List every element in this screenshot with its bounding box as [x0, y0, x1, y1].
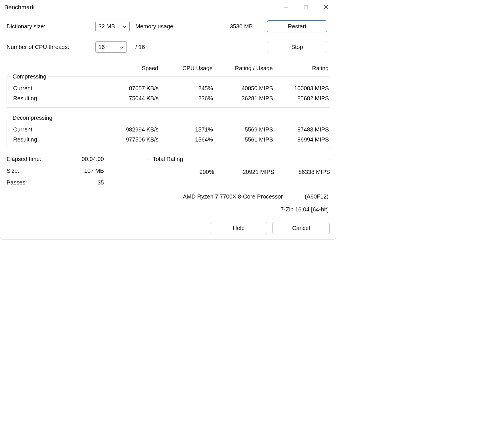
stop-button[interactable]: Stop	[267, 41, 327, 53]
total-rating: 86338 MIPS	[274, 169, 330, 175]
chevron-down-icon	[122, 23, 127, 30]
col-rating: Rating	[273, 65, 329, 72]
compressing-legend: Compressing	[11, 73, 48, 80]
cpu-id: (A60F12)	[283, 193, 329, 200]
decompressing-resulting-row: Resulting 977506 KB/s 1564% 5561 MIPS 86…	[7, 135, 330, 145]
col-rating-usage: Rating / Usage	[213, 65, 273, 72]
chevron-down-icon	[120, 44, 124, 50]
minimize-button[interactable]	[276, 0, 296, 14]
columns-header: Speed CPU Usage Rating / Usage Rating	[7, 65, 330, 72]
row-label: Current	[7, 85, 110, 92]
titlebar: Benchmark	[0, 0, 336, 14]
compressing-current-row: Current 87657 KB/s 245% 40850 MIPS 10008…	[7, 83, 330, 93]
row-rating: 100083 MIPS	[273, 85, 329, 92]
total-rating-group: Total Rating 900% 20921 MIPS 86338 MIPS	[147, 156, 330, 181]
row-rating-usage: 40850 MIPS	[213, 85, 273, 92]
decompressing-current-row: Current 982994 KB/s 1571% 5569 MIPS 8748…	[7, 125, 330, 135]
stats-panel: Elapsed time: 00:04:00 Size: 107 MB Pass…	[7, 156, 141, 186]
elapsed-time-label: Elapsed time:	[7, 156, 67, 162]
cpu-name: AMD Ryzen 7 7700X 8-Core Processor	[7, 193, 283, 200]
maximize-button	[296, 0, 316, 14]
total-rating-usage: 20921 MIPS	[214, 169, 274, 175]
row-rating-usage: 5569 MIPS	[213, 126, 273, 133]
row-speed: 75044 KB/s	[110, 95, 159, 102]
row-rating-usage: 36281 MIPS	[213, 95, 273, 102]
content-area: Dictionary size: 32 MB Memory usage: 353…	[0, 14, 336, 239]
dictionary-size-value: 32 MB	[98, 23, 115, 30]
row-speed: 977506 KB/s	[110, 136, 159, 143]
row-label: Resulting	[7, 136, 110, 143]
memory-usage-label: Memory usage:	[135, 23, 190, 30]
dictionary-size-label: Dictionary size:	[7, 23, 95, 30]
close-button[interactable]	[316, 0, 336, 14]
close-icon	[324, 5, 328, 9]
maximize-icon	[304, 5, 308, 9]
minimize-icon	[284, 5, 288, 9]
row-label: Current	[7, 126, 110, 133]
memory-usage-value: 3530 MB	[190, 23, 264, 30]
cpu-threads-label: Number of CPU threads:	[7, 44, 95, 50]
row-rating: 86994 MIPS	[273, 136, 329, 143]
version-info: 7-Zip 16.04 [64-bit]	[7, 206, 330, 213]
row-rating: 85682 MIPS	[273, 95, 329, 102]
col-cpu-usage: CPU Usage	[158, 65, 213, 72]
decompressing-legend: Decompressing	[11, 115, 54, 121]
cpu-threads-max: / 16	[135, 44, 190, 50]
cpu-threads-select[interactable]: 16	[95, 41, 127, 53]
row-speed: 87657 KB/s	[110, 85, 159, 92]
size-value: 107 MB	[67, 168, 104, 174]
svg-rect-1	[304, 5, 308, 9]
row-cpu: 245%	[159, 85, 213, 92]
passes-value: 35	[67, 179, 104, 186]
window-title: Benchmark	[4, 4, 35, 11]
total-rating-legend: Total Rating	[151, 156, 185, 162]
col-speed: Speed	[110, 65, 158, 72]
row-speed: 982994 KB/s	[110, 126, 159, 133]
total-cpu: 900%	[151, 169, 214, 175]
window-controls	[276, 0, 336, 14]
benchmark-window: Benchmark Dictionary size: 32 MB	[0, 0, 336, 239]
cpu-info: AMD Ryzen 7 7700X 8-Core Processor (A60F…	[7, 193, 330, 200]
restart-button[interactable]: Restart	[267, 20, 327, 32]
row-cpu: 1571%	[159, 126, 213, 133]
decompressing-group: Decompressing Current 982994 KB/s 1571% …	[7, 115, 330, 149]
footer-buttons: Help Cancel	[7, 222, 330, 234]
row-cpu: 236%	[159, 95, 213, 102]
elapsed-time-value: 00:04:00	[67, 156, 104, 162]
compressing-resulting-row: Resulting 75044 KB/s 236% 36281 MIPS 856…	[7, 93, 330, 103]
compressing-group: Compressing Current 87657 KB/s 245% 4085…	[7, 73, 330, 108]
row-rating-usage: 5561 MIPS	[213, 136, 273, 143]
row-rating: 87483 MIPS	[273, 126, 329, 133]
cancel-button[interactable]: Cancel	[272, 222, 330, 234]
size-label: Size:	[7, 168, 67, 174]
cpu-threads-value: 16	[98, 44, 105, 50]
passes-label: Passes:	[7, 179, 67, 186]
row-cpu: 1564%	[159, 136, 213, 143]
help-button[interactable]: Help	[210, 222, 267, 234]
row-label: Resulting	[7, 95, 110, 102]
dictionary-size-select[interactable]: 32 MB	[95, 21, 130, 32]
